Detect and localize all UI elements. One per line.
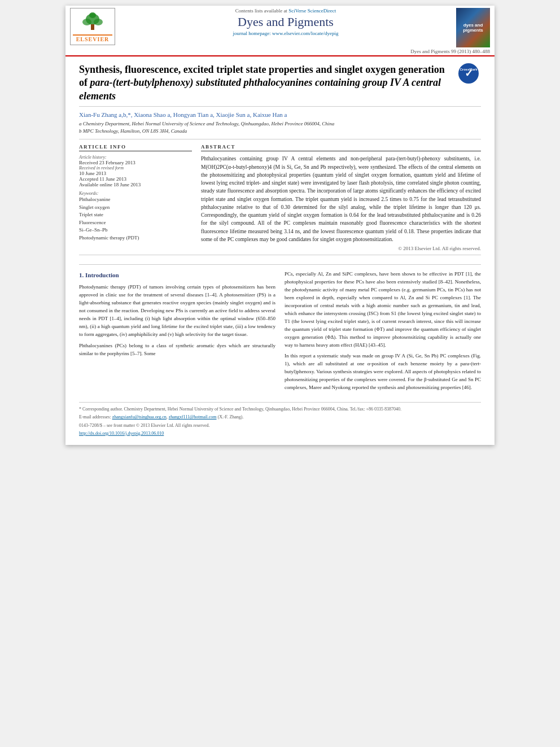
article-info-abstract-section: ARTICLE INFO Article history: Received 2… (79, 144, 481, 251)
svg-point-4 (89, 12, 96, 18)
online-value: Available online 18 June 2013 (79, 182, 192, 187)
svg-text:CrossMark: CrossMark (460, 68, 477, 71)
body-para-2: Phthalocyanines (PCs) belong to a class … (79, 342, 275, 358)
doi-link[interactable]: http://dx.doi.org/10.1016/j.dyepig.2013.… (79, 431, 164, 436)
svg-point-2 (94, 19, 103, 25)
journal-header: ELSEVIER Contents lists available at Sci… (65, 6, 495, 56)
abstract-column: ABSTRACT Phthalocyanines containing grou… (201, 144, 481, 251)
body-section: 1. Introduction Photodynamic therapy (PD… (79, 264, 481, 395)
page: ELSEVIER Contents lists available at Sci… (65, 6, 495, 445)
body-para-3: PCs, especially Al, Zn and SiPC complexe… (285, 270, 481, 349)
divider-1 (79, 139, 481, 139)
affiliation-a: a Chemistry Department, Hebei Normal Uni… (79, 120, 481, 128)
divider-2 (79, 255, 481, 255)
doi-text: http://dx.doi.org/10.1016/j.dyepig.2013.… (79, 430, 481, 436)
article-title: Synthesis, fluorescence, excited triplet… (79, 63, 458, 103)
sciverse-anchor[interactable]: SciVerse ScienceDirect (288, 8, 336, 14)
title-part2: butylphenoxy) substituted phthalocyanine… (79, 77, 441, 101)
abstract-heading: ABSTRACT (201, 144, 481, 151)
keyword-1: Phthalocyanine (79, 196, 192, 204)
footnote-col: * Corresponding author. Chemistry Depart… (79, 406, 481, 436)
body-two-col: 1. Introduction Photodynamic therapy (PD… (79, 270, 481, 395)
email-name: (X.-F. Zhang). (218, 414, 244, 420)
abstract-text: Phthalocyanines containing group IV A ce… (201, 155, 481, 243)
keywords-heading: Keywords: (79, 191, 192, 196)
body-right-col: PCs, especially Al, Zn and SiPC complexe… (285, 270, 481, 395)
article-info-heading: ARTICLE INFO (79, 144, 192, 151)
body-para-4: In this report a systematic study was ma… (285, 352, 481, 392)
authors: Xian-Fu Zhang a,b,*, Xiaona Shao a, Hong… (79, 111, 481, 118)
article-info-column: ARTICLE INFO Article history: Received 2… (79, 144, 192, 251)
keywords-section: Keywords: Phthalocyanine Singlet oxygen … (79, 191, 192, 242)
body-left-col: 1. Introduction Photodynamic therapy (PD… (79, 270, 275, 395)
body-para-1: Photodynamic therapy (PDT) of tumors inv… (79, 283, 275, 339)
sciverse-prefix: Contents lists available at (235, 8, 287, 14)
revised-label: Received in revised form (79, 165, 192, 171)
journal-center: Contents lists available at SciVerse Sci… (115, 8, 456, 36)
journal-thumb: dyes and pigments (456, 8, 490, 47)
svg-rect-3 (91, 24, 94, 30)
email2-link[interactable]: zhangxf111@hotmail.com (169, 414, 217, 420)
sciverse-link: Contents lists available at SciVerse Sci… (121, 8, 450, 14)
elsevier-logo: ELSEVIER (70, 8, 115, 45)
crossmark-circle: ✓ CrossMark (458, 63, 479, 84)
article-history: Article history: Received 23 February 20… (79, 155, 192, 187)
svg-point-1 (82, 19, 91, 25)
affiliations: a Chemistry Department, Hebei Normal Uni… (79, 120, 481, 134)
copyright-text: © 2013 Elsevier Ltd. All rights reserved… (201, 246, 481, 251)
email-label: E-mail addresses: (79, 414, 111, 420)
footer: * Corresponding author. Chemistry Depart… (79, 402, 481, 436)
email-note: E-mail addresses: zhangxianfu@tsinghua.o… (79, 414, 481, 420)
homepage-link[interactable]: journal homepage: www.elsevier.com/locat… (233, 30, 339, 36)
elsevier-tree-icon (78, 11, 107, 33)
revised-date: 10 June 2013 (79, 171, 192, 176)
citation-text: Dyes and Pigments 99 (2013) 480–488 (410, 49, 490, 54)
journal-name: Dyes and Pigments (121, 15, 450, 29)
affiliation-b: b MPC Technology, Hamilton, ON L8S 3H4, … (79, 128, 481, 135)
keyword-3: Triplet state (79, 211, 192, 219)
keyword-2: Singlet oxygen (79, 204, 192, 212)
email1-link[interactable]: zhangxianfu@tsinghua.org.cn (112, 414, 167, 420)
journal-citation: Dyes and Pigments 99 (2013) 480–488 (70, 47, 490, 55)
history-label: Article history: (79, 155, 192, 160)
title-italic: para-(tert- (90, 77, 134, 88)
keywords-list: Phthalocyanine Singlet oxygen Triplet st… (79, 196, 192, 242)
elsevier-text: ELSEVIER (73, 34, 112, 42)
received-value: Received 23 February 2013 (79, 160, 192, 165)
issn-text: 0143-7208/$ – see front matter © 2013 El… (79, 422, 481, 429)
main-content: Synthesis, fluorescence, excited triplet… (65, 56, 495, 445)
crossmark-badge[interactable]: ✓ CrossMark (458, 63, 481, 86)
keyword-6: Photodynamic therapy (PDT) (79, 234, 192, 242)
corresponding-author-note: * Corresponding author. Chemistry Depart… (79, 406, 481, 412)
section1-title: 1. Introduction (79, 270, 275, 280)
journal-top-bar: ELSEVIER Contents lists available at Sci… (70, 8, 490, 47)
accepted-value: Accepted 11 June 2013 (79, 176, 192, 182)
thumb-label: dyes and pigments (458, 23, 488, 33)
journal-homepage: journal homepage: www.elsevier.com/locat… (121, 30, 450, 36)
keyword-5: Si–Ge–Sn–Pb (79, 226, 192, 234)
crossmark-icon: ✓ CrossMark (460, 65, 477, 82)
article-title-section: Synthesis, fluorescence, excited triplet… (79, 63, 481, 107)
keyword-4: Fluorescence (79, 219, 192, 227)
